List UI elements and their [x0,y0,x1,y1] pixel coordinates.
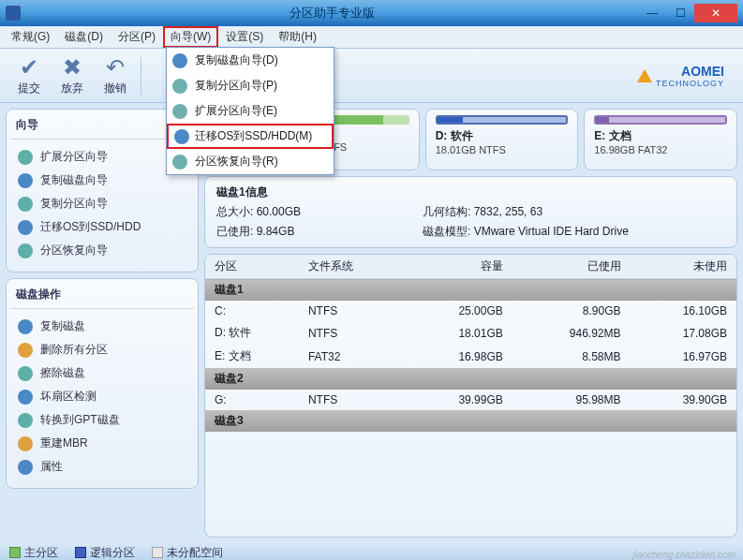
action-icon [18,436,33,451]
cross-icon: ✖ [51,54,94,81]
disk-info-panel: 磁盘1信息 总大小: 60.00GB 几何结构: 7832, 255, 63 已… [204,176,737,248]
panel-item[interactable]: 复制磁盘 [10,315,194,338]
legend-primary: 主分区 [9,545,58,561]
disk-group-row[interactable]: 磁盘1 [205,279,736,302]
window-title: 分区助手专业版 [26,5,638,22]
commit-button[interactable]: ✔ 提交 [7,54,51,96]
action-icon [18,319,33,334]
wizard-dropdown-menu: 复制磁盘向导(D)复制分区向导(P)扩展分区向导(E)迁移OS到SSD/HDD(… [166,47,334,175]
usage-bar [436,115,569,125]
panel-item[interactable]: 坏扇区检测 [10,385,194,408]
action-icon [18,220,33,235]
action-icon [18,413,33,428]
action-icon [18,173,33,188]
menu-item[interactable]: 磁盘(D) [57,26,111,48]
discard-button[interactable]: ✖ 放弃 [51,54,94,96]
disk-group-row[interactable]: 磁盘3 [205,410,736,432]
close-button[interactable]: ✕ [694,4,737,22]
toolbar-separator [141,57,141,95]
action-icon [18,460,33,475]
dropdown-item[interactable]: 扩展分区向导(E) [167,98,334,124]
dropdown-item[interactable]: 复制分区向导(P) [167,73,334,98]
app-icon [6,6,21,21]
action-icon [18,150,33,165]
brand-logo: AOMEI TECHNOLOGY [637,64,724,88]
minimize-button[interactable]: — [638,4,666,22]
menu-item[interactable]: 向导(W) [163,26,218,48]
disk-info-title: 磁盘1信息 [216,184,725,200]
menu-item[interactable]: 常规(G) [4,26,57,48]
maximize-button[interactable]: ☐ [666,4,694,22]
menu-item[interactable]: 分区(P) [111,26,163,48]
column-header[interactable]: 容量 [406,255,512,279]
disk-ops-panel: 磁盘操作 复制磁盘删除所有分区擦除磁盘坏扇区检测转换到GPT磁盘重建MBR属性 [6,278,199,489]
watermark: jiaocheng.chazidian.com [632,550,736,560]
triangle-icon [637,69,652,82]
partition-table: 分区文件系统容量已使用未使用磁盘1C:NTFS25.00GB8.90GB16.1… [204,254,737,538]
table-row[interactable]: G:NTFS39.99GB95.98MB39.90GB [205,390,736,410]
dropdown-item[interactable]: 复制磁盘向导(D) [167,48,334,73]
menu-item[interactable]: 设置(S) [218,26,271,48]
menu-item[interactable]: 帮助(H) [271,26,324,48]
check-icon: ✔ [7,54,51,81]
wizard-icon [174,129,189,144]
undo-icon: ↶ [94,54,137,81]
panel-item[interactable]: 删除所有分区 [10,338,194,361]
action-icon [18,243,33,258]
wizard-icon [172,104,187,119]
column-header[interactable]: 已使用 [513,255,631,279]
panel-item[interactable]: 复制分区向导 [10,192,194,215]
disk-group-row[interactable]: 磁盘2 [205,368,736,390]
panel-item[interactable]: 转换到GPT磁盘 [10,408,194,432]
column-header[interactable]: 文件系统 [299,255,406,279]
action-icon [18,343,33,358]
action-icon [18,366,33,381]
action-icon [18,197,33,212]
titlebar: 分区助手专业版 — ☐ ✕ [0,0,743,26]
menubar: 常规(G)磁盘(D)分区(P)向导(W)设置(S)帮助(H) [0,26,743,49]
wizard-icon [172,155,187,169]
table-row[interactable]: D: 软件NTFS18.01GB946.92MB17.08GB [205,321,736,345]
toolbar: ✔ 提交 ✖ 放弃 ↶ 撤销 AOMEI TECHNOLOGY [0,49,743,103]
legend-unallocated: 未分配空间 [152,545,223,561]
column-header[interactable]: 分区 [205,255,299,279]
panel-item[interactable]: 擦除磁盘 [10,361,194,385]
drive-card[interactable]: D: 软件18.01GB NTFS [425,109,579,170]
usage-bar [594,115,727,125]
wizard-icon [172,53,187,68]
legend-logical: 逻辑分区 [75,545,135,561]
panel-item[interactable]: 属性 [10,455,194,479]
dropdown-item[interactable]: 迁移OS到SSD/HDD(M) [167,124,334,149]
column-header[interactable]: 未使用 [631,255,736,279]
panel-item[interactable]: 迁移OS到SSD/HDD [10,215,194,239]
action-icon [18,390,33,405]
drive-card[interactable]: E: 文档16.98GB FAT32 [584,109,737,170]
dropdown-item[interactable]: 分区恢复向导(R) [167,149,334,174]
table-row[interactable]: E: 文档FAT3216.98GB8.58MB16.97GB [205,345,736,368]
undo-button[interactable]: ↶ 撤销 [94,54,137,96]
table-row[interactable]: C:NTFS25.00GB8.90GB16.10GB [205,301,736,321]
disk-ops-panel-title: 磁盘操作 [10,287,194,309]
wizard-icon [172,79,187,94]
panel-item[interactable]: 重建MBR [10,432,194,455]
panel-item[interactable]: 分区恢复向导 [10,239,194,262]
